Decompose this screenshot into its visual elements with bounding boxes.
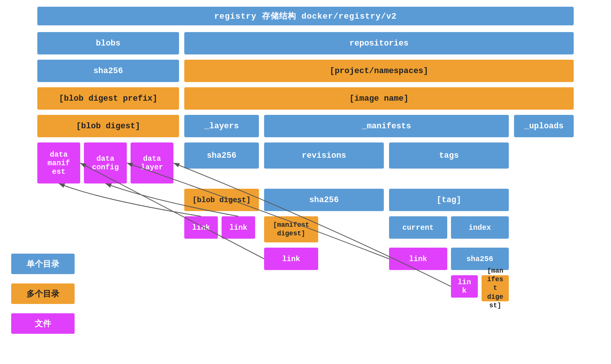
blob-digest-prefix-box: [blob digest prefix] [37,87,179,110]
link4-box: link [389,248,447,270]
data-manifest-box: data manif est [37,142,80,183]
legend-single: 单个目录 [11,254,75,274]
link1-box: link [184,216,218,239]
manifests-box: _manifests [264,115,509,137]
tags-box: tags [389,142,509,169]
legend-multi: 多个目录 [11,283,75,304]
data-config-box: data config [84,142,127,183]
layers-box: _layers [184,115,259,137]
image-name-box: [image name] [184,87,574,110]
uploads-box: _uploads [514,115,574,137]
current-box: current [389,216,447,239]
data-layer-box: data layer [131,142,173,183]
manifest-digest2-box: [manifest digest] [482,275,509,301]
title: registry 存储结构 docker/registry/v2 [37,7,574,25]
link2-box: link [222,216,255,239]
sha256-blobs-box: sha256 [37,60,179,82]
link5-box: link [451,275,478,298]
legend-file: 文件 [11,313,75,334]
blob-digest2-box: [blob digest] [184,189,259,211]
project-namespaces-box: [project/namespaces] [184,60,574,82]
blob-digest-box: [blob digest] [37,115,179,137]
tag-box: [tag] [389,189,509,211]
blobs-box: blobs [37,32,179,54]
index-box: index [451,216,509,239]
sha256-layers-box: sha256 [184,142,259,169]
repositories-box: repositories [184,32,574,54]
sha256-rev-box: sha256 [264,189,384,211]
revisions-box: revisions [264,142,384,169]
manifest-digest1-box: [manifest digest] [264,216,318,242]
link3-box: link [264,248,318,270]
